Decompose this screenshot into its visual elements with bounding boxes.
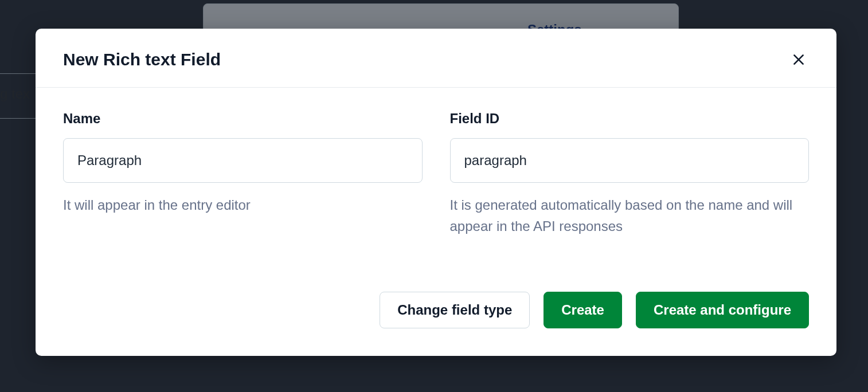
modal-title: New Rich text Field xyxy=(63,50,221,69)
modal-footer: Change field type Create Create and conf… xyxy=(36,292,836,356)
field-id-input[interactable] xyxy=(450,138,810,183)
new-field-modal: New Rich text Field Name It will appear … xyxy=(36,29,836,356)
field-id-group: Field ID It is generated automatically b… xyxy=(450,111,810,292)
close-button[interactable] xyxy=(788,49,809,70)
name-label: Name xyxy=(63,111,423,127)
name-input[interactable] xyxy=(63,138,423,183)
name-help-text: It will appear in the entry editor xyxy=(63,194,423,215)
create-button[interactable]: Create xyxy=(544,292,622,328)
name-field-group: Name It will appear in the entry editor xyxy=(63,111,423,292)
close-icon xyxy=(791,52,806,67)
field-id-label: Field ID xyxy=(450,111,810,127)
modal-header: New Rich text Field xyxy=(36,29,836,88)
field-id-help-text: It is generated automatically based on t… xyxy=(450,194,810,237)
modal-body: Name It will appear in the entry editor … xyxy=(36,88,836,292)
change-field-type-button[interactable]: Change field type xyxy=(380,292,530,328)
create-and-configure-button[interactable]: Create and configure xyxy=(636,292,809,328)
